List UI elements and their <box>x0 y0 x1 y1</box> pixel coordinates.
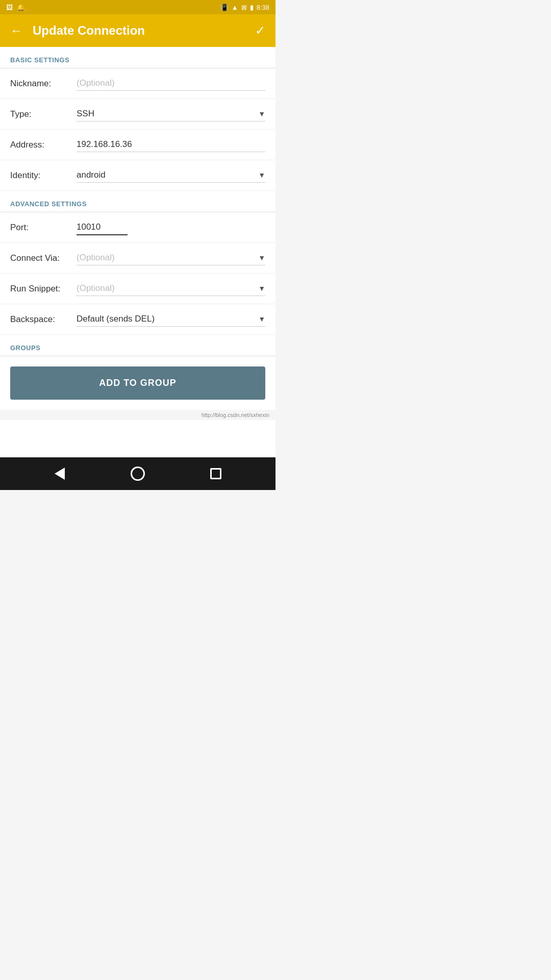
wifi-icon: ▲ <box>232 4 238 11</box>
identity-value: android <box>77 170 106 180</box>
back-button[interactable]: ← <box>10 23 22 38</box>
identity-dropdown[interactable]: android ▼ <box>77 168 265 183</box>
backspace-row: Backspace: Default (sends DEL) ▼ <box>0 304 276 335</box>
port-row: Port: <box>0 212 276 243</box>
status-bar-right-icons: 📳 ▲ ⊠ ▮ 8:38 <box>220 4 269 11</box>
confirm-button[interactable]: ✓ <box>255 23 265 38</box>
backspace-label: Backspace: <box>10 314 77 325</box>
bell-icon: 🔔 <box>17 4 25 11</box>
nav-recents-icon <box>210 468 221 479</box>
nav-bar <box>0 457 276 490</box>
backspace-dropdown[interactable]: Default (sends DEL) ▼ <box>77 312 265 327</box>
connect-via-dropdown-arrow: ▼ <box>258 254 265 262</box>
address-input[interactable] <box>77 137 265 152</box>
advanced-settings-header: ADVANCED SETTINGS <box>0 191 276 212</box>
identity-row: Identity: android ▼ <box>0 160 276 191</box>
nosim-icon: ⊠ <box>241 4 247 11</box>
connect-via-label: Connect Via: <box>10 253 77 263</box>
type-row: Type: SSH ▼ <box>0 99 276 130</box>
type-dropdown-arrow: ▼ <box>258 110 265 118</box>
nav-recents-button[interactable] <box>205 462 227 485</box>
battery-icon: ▮ <box>250 4 254 11</box>
add-to-group-button[interactable]: ADD TO GROUP <box>10 366 265 400</box>
footer-url: http://blog.csdn.net/sxhexin <box>0 410 276 420</box>
identity-dropdown-arrow: ▼ <box>258 171 265 179</box>
address-row: Address: <box>0 130 276 160</box>
basic-settings-header: BASIC SETTINGS <box>0 47 276 68</box>
groups-header: GROUPS <box>0 335 276 356</box>
run-snippet-dropdown-arrow: ▼ <box>258 284 265 292</box>
address-label: Address: <box>10 140 77 150</box>
connect-via-dropdown[interactable]: (Optional) ▼ <box>77 251 265 265</box>
identity-label: Identity: <box>10 170 77 181</box>
port-input[interactable] <box>77 220 128 235</box>
nav-back-button[interactable] <box>48 462 71 485</box>
nav-home-button[interactable] <box>127 462 149 485</box>
photo-icon: 🖼 <box>6 4 13 11</box>
vibrate-icon: 📳 <box>220 4 229 11</box>
run-snippet-label: Run Snippet: <box>10 284 77 294</box>
nickname-input[interactable] <box>77 76 265 91</box>
status-bar-left-icons: 🖼 🔔 <box>6 4 25 11</box>
nav-back-icon <box>55 468 65 480</box>
connect-via-row: Connect Via: (Optional) ▼ <box>0 243 276 274</box>
header: ← Update Connection ✓ <box>0 14 276 47</box>
run-snippet-dropdown[interactable]: (Optional) ▼ <box>77 281 265 296</box>
time-display: 8:38 <box>257 4 269 11</box>
backspace-dropdown-arrow: ▼ <box>258 315 265 323</box>
main-content: BASIC SETTINGS Nickname: Type: SSH ▼ Add… <box>0 47 276 457</box>
type-label: Type: <box>10 109 77 119</box>
type-value: SSH <box>77 109 94 119</box>
connect-via-value: (Optional) <box>77 253 115 263</box>
nickname-row: Nickname: <box>0 68 276 99</box>
port-label: Port: <box>10 223 77 233</box>
page-title: Update Connection <box>33 23 255 38</box>
status-bar: 🖼 🔔 📳 ▲ ⊠ ▮ 8:38 <box>0 0 276 14</box>
nav-home-icon <box>131 467 145 481</box>
nickname-label: Nickname: <box>10 79 77 89</box>
type-dropdown[interactable]: SSH ▼ <box>77 107 265 121</box>
run-snippet-row: Run Snippet: (Optional) ▼ <box>0 274 276 304</box>
groups-section: ADD TO GROUP <box>0 356 276 410</box>
backspace-value: Default (sends DEL) <box>77 314 155 324</box>
run-snippet-value: (Optional) <box>77 283 115 293</box>
